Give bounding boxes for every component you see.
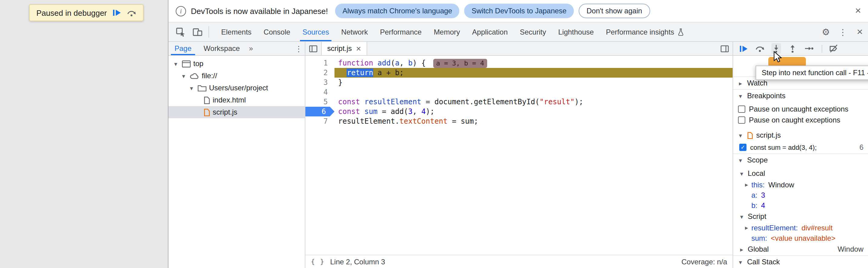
collapse-arrow-icon[interactable]: ▾ [738, 213, 745, 220]
scope-resultelement-row[interactable]: ▸ resultElement: div#result [733, 222, 868, 233]
deactivate-breakpoints-icon[interactable] [829, 43, 839, 54]
device-toolbar-icon[interactable] [189, 23, 206, 41]
tab-label: Console [264, 28, 290, 36]
code-text[interactable]: const sum = add(3, 4); [335, 107, 733, 116]
code-token: const [338, 107, 360, 116]
scope-this-row[interactable]: ▸ this: Window [733, 179, 868, 190]
infobar-close-icon[interactable]: × [855, 5, 861, 17]
step-over-banner-icon[interactable] [127, 8, 137, 17]
line-number[interactable]: 4 [305, 87, 335, 97]
settings-gear-icon[interactable]: ⚙ [817, 23, 834, 41]
tab-lighthouse[interactable]: Lighthouse [552, 23, 599, 41]
pause-caught-exceptions-row[interactable]: Pause on caught exceptions [733, 115, 868, 125]
line-number[interactable]: 2 [305, 68, 335, 78]
collapse-arrow-icon[interactable]: ▾ [737, 157, 744, 163]
expand-arrow-icon[interactable]: ▸ [738, 246, 745, 252]
pretty-print-icon[interactable]: { } [311, 258, 325, 266]
tree-item-file-scheme[interactable]: ▾ file:// [168, 70, 305, 82]
inspect-element-icon[interactable] [172, 23, 189, 41]
expand-arrow-icon[interactable]: ▾ [188, 85, 195, 91]
match-chrome-language-button[interactable]: Always match Chrome's language [335, 4, 459, 18]
pane-right-icon-glyph [720, 44, 729, 53]
dont-show-again-button[interactable]: Don't show again [579, 4, 650, 18]
editor-pane: script.js × 1function add(a, b) {a = 3, … [305, 42, 733, 268]
tree-item-project-folder[interactable]: ▾ Users/user/project [168, 82, 305, 94]
code-text[interactable]: } [335, 78, 733, 87]
tab-memory[interactable]: Memory [428, 23, 466, 41]
scope-a-row[interactable]: a: 3 [733, 190, 868, 200]
collapse-arrow-icon[interactable]: ▾ [737, 92, 744, 99]
navigator-menu-icon[interactable]: ⋮ [293, 42, 305, 55]
collapse-arrow-icon[interactable]: ▸ [737, 80, 744, 86]
scope-local-header[interactable]: ▾ Local [733, 167, 868, 179]
breakpoints-section-header[interactable]: ▾ Breakpoints [733, 89, 868, 102]
tab-network[interactable]: Network [335, 23, 374, 41]
scope-section-header[interactable]: ▾ Scope [733, 153, 868, 166]
collapse-arrow-icon[interactable]: ▾ [738, 170, 745, 177]
expand-arrow-icon[interactable]: ▾ [172, 60, 179, 67]
scope-b-row[interactable]: b: 4 [733, 200, 868, 210]
navigator-tab-workspace[interactable]: Workspace [197, 42, 246, 55]
tree-label: Users/user/project [209, 84, 268, 92]
tree-label: top [193, 59, 203, 68]
code-text[interactable]: return a + b; [335, 68, 733, 78]
switch-devtools-japanese-button[interactable]: Switch DevTools to Japanese [464, 4, 574, 18]
code-area[interactable]: 1function add(a, b) {a = 3, b = 42 retur… [305, 56, 733, 255]
line-number[interactable]: 5 [305, 97, 335, 107]
code-text[interactable]: function add(a, b) {a = 3, b = 4 [335, 58, 733, 68]
line-number[interactable]: 3 [305, 78, 335, 87]
line-number[interactable]: 7 [305, 116, 335, 126]
js-file-icon [204, 108, 210, 116]
collapse-arrow-icon[interactable]: ▾ [737, 259, 744, 265]
pause-uncaught-checkbox[interactable] [738, 106, 745, 113]
toggle-navigator-icon[interactable] [305, 42, 321, 55]
more-tabs-icon[interactable]: » [246, 42, 256, 55]
toggle-debugger-sidebar-icon[interactable] [717, 42, 733, 55]
tree-item-top[interactable]: ▾ top [168, 58, 305, 70]
code-token [360, 98, 364, 106]
code-text[interactable]: const resultElement = document.getElemen… [335, 97, 733, 107]
tab-performance[interactable]: Performance [374, 23, 428, 41]
breakpoint-file-group[interactable]: ▾ script.js [733, 129, 868, 141]
expand-arrow-icon[interactable]: ▸ [743, 181, 750, 188]
devtools-close-icon[interactable]: × [851, 23, 868, 41]
variable-value: 4 [761, 201, 765, 209]
collapse-arrow-icon[interactable]: ▾ [737, 132, 744, 139]
breakpoint-marker[interactable]: 6 [305, 107, 335, 116]
code-text[interactable] [335, 87, 733, 97]
code-text[interactable]: resultElement.textContent = sum; [335, 116, 733, 126]
pause-uncaught-exceptions-row[interactable]: Pause on uncaught exceptions [733, 104, 868, 115]
tab-sources[interactable]: Sources [296, 23, 335, 41]
code-token: ) { [413, 59, 426, 67]
tab-application[interactable]: Application [466, 23, 514, 41]
close-tab-icon[interactable]: × [356, 44, 361, 53]
expand-arrow-icon[interactable]: ▾ [180, 72, 187, 79]
scope-script-label: Script [748, 212, 766, 221]
step-out-icon[interactable] [788, 43, 798, 54]
tree-item-script-js[interactable]: script.js [168, 106, 305, 118]
step-over-icon[interactable] [755, 43, 765, 54]
navigator-tab-page[interactable]: Page [168, 42, 197, 55]
breakpoint-checkbox[interactable]: ✓ [739, 144, 746, 151]
breakpoint-entry[interactable]: ✓ const sum = add(3, 4); 6 [733, 141, 868, 153]
tab-performance-insights[interactable]: Performance insights [600, 23, 690, 41]
step-icon[interactable] [804, 43, 814, 54]
code-token: ( [391, 59, 395, 67]
resume-icon[interactable] [739, 43, 748, 54]
pause-caught-checkbox[interactable] [738, 116, 745, 124]
scope-sum-row[interactable]: sum: <value unavailable> [733, 233, 868, 243]
scope-script-header[interactable]: ▾ Script [733, 210, 868, 222]
call-stack-section-header[interactable]: ▾ Call Stack [733, 255, 868, 268]
scope-global-header[interactable]: ▸ Global Window [733, 243, 868, 255]
line-number[interactable]: 1 [305, 58, 335, 68]
editor-tab-script-js[interactable]: script.js × [321, 42, 367, 55]
expand-arrow-icon[interactable]: ▸ [743, 224, 750, 231]
code-line-6: 6const sum = add(3, 4); [305, 107, 733, 116]
tree-item-index-html[interactable]: index.html [168, 94, 305, 106]
tab-console[interactable]: Console [257, 23, 296, 41]
paused-in-debugger-banner: Paused in debugger [29, 4, 144, 21]
tab-security[interactable]: Security [514, 23, 552, 41]
more-options-icon[interactable]: ⋮ [834, 23, 851, 41]
resume-script-icon[interactable] [113, 8, 122, 17]
tab-elements[interactable]: Elements [215, 23, 257, 41]
